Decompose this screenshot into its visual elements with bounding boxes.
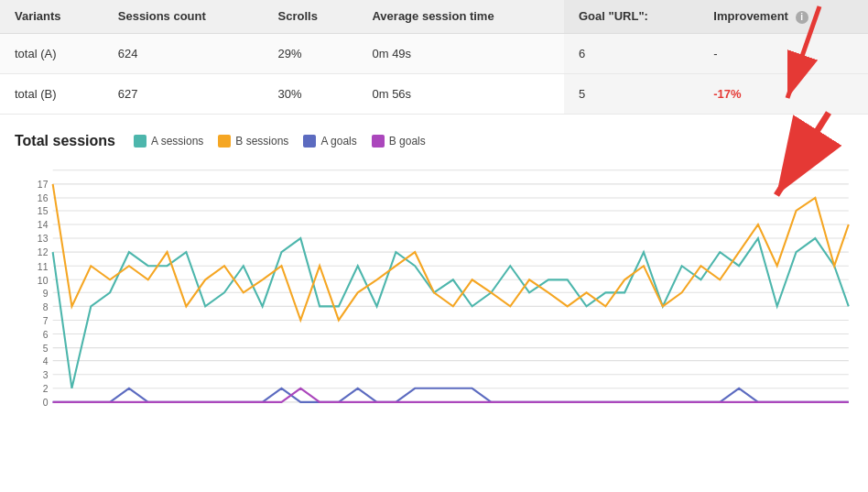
table-row: total (A) 624 29% 0m 49s 6 - <box>0 33 868 73</box>
col-header-goal-url: Goal "URL": <box>564 0 699 33</box>
col-header-scrolls: Scrolls <box>264 0 358 33</box>
col-header-variants: Variants <box>0 0 103 33</box>
legend-a-goals[interactable]: A goals <box>303 135 356 148</box>
svg-text:15: 15 <box>38 205 49 216</box>
cell-avg-time-a: 0m 49s <box>357 33 564 73</box>
table-row: total (B) 627 30% 0m 56s 5 -17% <box>0 73 868 114</box>
cell-scrolls-a: 29% <box>264 33 358 73</box>
cell-avg-time-b: 0m 56s <box>357 73 564 114</box>
a-goals-line <box>53 388 849 401</box>
svg-text:10: 10 <box>38 274 49 285</box>
cell-variant-a: total (A) <box>0 33 103 73</box>
svg-text:5: 5 <box>43 342 49 353</box>
svg-text:3: 3 <box>43 368 49 379</box>
improvement-negative-value: -17% <box>713 87 741 101</box>
svg-text:0: 0 <box>43 397 49 408</box>
svg-text:9: 9 <box>43 287 49 298</box>
y-axis: 0 2 3 4 5 6 7 8 9 10 11 12 13 14 15 16 1… <box>38 169 849 407</box>
cell-scrolls-b: 30% <box>264 73 358 114</box>
cell-sessions-a: 624 <box>103 33 264 73</box>
legend-checkbox-a-sessions <box>134 135 146 148</box>
variants-table: Variants Sessions count Scrolls Average … <box>0 0 868 115</box>
chart-section: Total sessions A sessions B sessions A g… <box>0 115 868 426</box>
legend-b-sessions[interactable]: B sessions <box>218 135 288 148</box>
legend-label-a-sessions: A sessions <box>151 135 203 148</box>
legend-a-sessions[interactable]: A sessions <box>134 135 203 148</box>
svg-text:14: 14 <box>38 219 49 230</box>
col-header-sessions: Sessions count <box>103 0 264 33</box>
svg-text:13: 13 <box>38 233 49 244</box>
legend-checkbox-b-sessions <box>218 135 231 148</box>
chart-container: 0 2 3 4 5 6 7 8 9 10 11 12 13 14 15 16 1… <box>15 160 853 417</box>
legend-label-b-goals: B goals <box>389 135 426 148</box>
improvement-info-icon[interactable]: i <box>796 11 808 24</box>
col-header-avg-session: Average session time <box>357 0 564 33</box>
svg-text:12: 12 <box>38 246 49 257</box>
svg-text:11: 11 <box>38 260 49 271</box>
svg-text:7: 7 <box>43 314 49 325</box>
svg-text:4: 4 <box>43 355 49 366</box>
legend-b-goals[interactable]: B goals <box>372 135 426 148</box>
svg-text:2: 2 <box>43 382 49 393</box>
cell-goal-b: 5 <box>564 73 699 114</box>
legend-label-b-sessions: B sessions <box>235 135 288 148</box>
chart-header: Total sessions A sessions B sessions A g… <box>15 133 853 149</box>
svg-text:8: 8 <box>43 301 49 312</box>
chart-title: Total sessions <box>15 133 115 149</box>
legend-checkbox-b-goals <box>372 135 385 148</box>
svg-text:17: 17 <box>38 179 49 190</box>
cell-improvement-b: -17% <box>699 73 868 114</box>
cell-goal-a: 6 <box>564 33 699 73</box>
a-sessions-line <box>53 238 849 388</box>
svg-text:16: 16 <box>38 192 49 203</box>
legend-label-a-goals: A goals <box>320 135 356 148</box>
col-header-improvement: Improvement i <box>699 0 868 33</box>
cell-variant-b: total (B) <box>0 73 103 114</box>
cell-improvement-a: - <box>699 33 868 73</box>
data-table-section: Variants Sessions count Scrolls Average … <box>0 0 868 115</box>
svg-text:6: 6 <box>43 328 49 339</box>
cell-sessions-b: 627 <box>103 73 264 114</box>
line-chart-svg: 0 2 3 4 5 6 7 8 9 10 11 12 13 14 15 16 1… <box>15 160 853 417</box>
chart-legend: A sessions B sessions A goals B goals <box>134 135 426 148</box>
legend-checkbox-a-goals <box>303 135 316 148</box>
